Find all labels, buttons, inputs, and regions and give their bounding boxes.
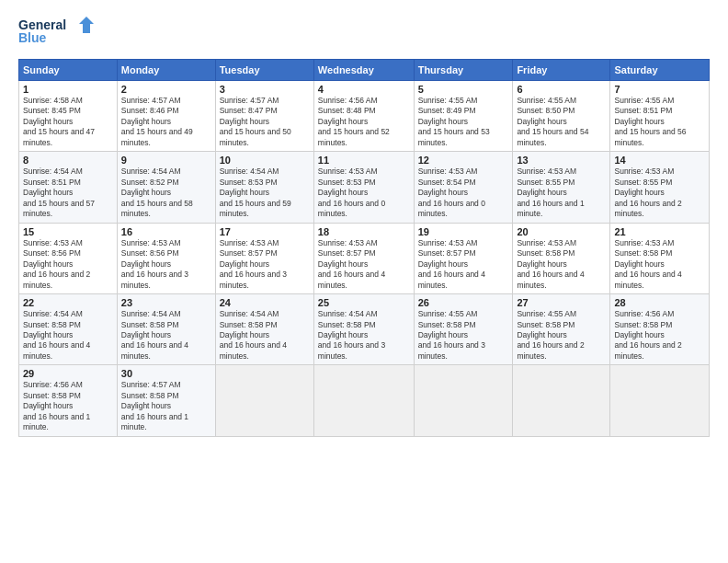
- day-number: 29: [23, 368, 113, 379]
- day-info: Sunrise: 4:54 AMSunset: 8:58 PMDaylight …: [318, 309, 410, 362]
- day-number: 13: [517, 155, 606, 166]
- day-cell: 22 Sunrise: 4:54 AMSunset: 8:58 PMDaylig…: [19, 294, 118, 365]
- header: General Blue: [18, 15, 710, 50]
- day-cell: [513, 365, 610, 436]
- day-cell: 7 Sunrise: 4:55 AMSunset: 8:51 PMDayligh…: [610, 81, 710, 152]
- svg-text:Blue: Blue: [18, 30, 47, 45]
- day-cell: 19 Sunrise: 4:53 AMSunset: 8:57 PMDaylig…: [414, 223, 513, 293]
- day-number: 22: [23, 297, 113, 308]
- day-cell: 13 Sunrise: 4:53 AMSunset: 8:55 PMDaylig…: [513, 152, 610, 223]
- day-info: Sunrise: 4:56 AMSunset: 8:58 PMDaylight …: [614, 309, 705, 362]
- day-cell: 15 Sunrise: 4:53 AMSunset: 8:56 PMDaylig…: [19, 223, 118, 293]
- day-number: 27: [517, 297, 606, 308]
- logo-svg: General Blue: [18, 15, 101, 50]
- day-info: Sunrise: 4:54 AMSunset: 8:58 PMDaylight …: [220, 309, 310, 362]
- day-info: Sunrise: 4:53 AMSunset: 8:53 PMDaylight …: [318, 167, 410, 219]
- col-header-sunday: Sunday: [19, 60, 118, 81]
- day-cell: 20 Sunrise: 4:53 AMSunset: 8:58 PMDaylig…: [513, 223, 610, 293]
- day-number: 10: [220, 155, 310, 166]
- day-number: 4: [318, 84, 410, 95]
- week-row-3: 15 Sunrise: 4:53 AMSunset: 8:56 PMDaylig…: [19, 223, 710, 293]
- day-cell: 1 Sunrise: 4:58 AMSunset: 8:45 PMDayligh…: [19, 81, 118, 152]
- logo: General Blue: [18, 15, 101, 50]
- day-number: 11: [318, 155, 410, 166]
- day-cell: 23 Sunrise: 4:54 AMSunset: 8:58 PMDaylig…: [117, 294, 215, 365]
- day-cell: 4 Sunrise: 4:56 AMSunset: 8:48 PMDayligh…: [313, 81, 414, 152]
- week-row-4: 22 Sunrise: 4:54 AMSunset: 8:58 PMDaylig…: [19, 294, 710, 365]
- day-info: Sunrise: 4:55 AMSunset: 8:50 PMDaylight …: [517, 96, 606, 148]
- day-number: 25: [318, 297, 410, 308]
- day-info: Sunrise: 4:53 AMSunset: 8:55 PMDaylight …: [517, 167, 606, 219]
- day-cell: 9 Sunrise: 4:54 AMSunset: 8:52 PMDayligh…: [117, 152, 215, 223]
- day-cell: 17 Sunrise: 4:53 AMSunset: 8:57 PMDaylig…: [215, 223, 313, 293]
- day-cell: 3 Sunrise: 4:57 AMSunset: 8:47 PMDayligh…: [215, 81, 313, 152]
- day-info: Sunrise: 4:53 AMSunset: 8:57 PMDaylight …: [418, 238, 509, 291]
- svg-marker-1: [79, 17, 94, 33]
- day-number: 9: [121, 155, 211, 166]
- day-info: Sunrise: 4:53 AMSunset: 8:56 PMDaylight …: [121, 238, 211, 291]
- day-cell: 8 Sunrise: 4:54 AMSunset: 8:51 PMDayligh…: [19, 152, 118, 223]
- day-info: Sunrise: 4:55 AMSunset: 8:58 PMDaylight …: [517, 309, 606, 362]
- day-number: 12: [418, 155, 509, 166]
- day-cell: 21 Sunrise: 4:53 AMSunset: 8:58 PMDaylig…: [610, 223, 710, 293]
- day-number: 2: [121, 84, 211, 95]
- day-cell: [610, 365, 710, 436]
- day-number: 26: [418, 297, 509, 308]
- day-info: Sunrise: 4:58 AMSunset: 8:45 PMDaylight …: [23, 96, 113, 148]
- day-number: 19: [418, 226, 509, 237]
- day-info: Sunrise: 4:53 AMSunset: 8:55 PMDaylight …: [614, 167, 705, 219]
- day-cell: 6 Sunrise: 4:55 AMSunset: 8:50 PMDayligh…: [513, 81, 610, 152]
- day-number: 16: [121, 226, 211, 237]
- calendar: SundayMondayTuesdayWednesdayThursdayFrid…: [18, 59, 710, 437]
- day-number: 6: [517, 84, 606, 95]
- day-cell: 28 Sunrise: 4:56 AMSunset: 8:58 PMDaylig…: [610, 294, 710, 365]
- day-info: Sunrise: 4:53 AMSunset: 8:54 PMDaylight …: [418, 167, 509, 219]
- day-cell: 10 Sunrise: 4:54 AMSunset: 8:53 PMDaylig…: [215, 152, 313, 223]
- day-number: 14: [614, 155, 705, 166]
- day-cell: 2 Sunrise: 4:57 AMSunset: 8:46 PMDayligh…: [117, 81, 215, 152]
- day-info: Sunrise: 4:53 AMSunset: 8:58 PMDaylight …: [517, 238, 606, 291]
- day-number: 5: [418, 84, 509, 95]
- col-header-wednesday: Wednesday: [313, 60, 414, 81]
- day-number: 18: [318, 226, 410, 237]
- day-info: Sunrise: 4:57 AMSunset: 8:46 PMDaylight …: [121, 96, 211, 148]
- day-cell: 26 Sunrise: 4:55 AMSunset: 8:58 PMDaylig…: [414, 294, 513, 365]
- day-cell: 14 Sunrise: 4:53 AMSunset: 8:55 PMDaylig…: [610, 152, 710, 223]
- week-row-5: 29 Sunrise: 4:56 AMSunset: 8:58 PMDaylig…: [19, 365, 710, 436]
- day-cell: 5 Sunrise: 4:55 AMSunset: 8:49 PMDayligh…: [414, 81, 513, 152]
- day-number: 3: [220, 84, 310, 95]
- col-header-tuesday: Tuesday: [215, 60, 313, 81]
- week-row-1: 1 Sunrise: 4:58 AMSunset: 8:45 PMDayligh…: [19, 81, 710, 152]
- day-cell: 29 Sunrise: 4:56 AMSunset: 8:58 PMDaylig…: [19, 365, 118, 436]
- day-info: Sunrise: 4:53 AMSunset: 8:57 PMDaylight …: [318, 238, 410, 291]
- day-info: Sunrise: 4:54 AMSunset: 8:58 PMDaylight …: [23, 309, 113, 362]
- day-info: Sunrise: 4:55 AMSunset: 8:51 PMDaylight …: [614, 96, 705, 148]
- col-header-friday: Friday: [513, 60, 610, 81]
- day-cell: 27 Sunrise: 4:55 AMSunset: 8:58 PMDaylig…: [513, 294, 610, 365]
- page: General Blue SundayMondayTuesdayWednesda…: [0, 0, 728, 563]
- day-number: 24: [220, 297, 310, 308]
- day-cell: 12 Sunrise: 4:53 AMSunset: 8:54 PMDaylig…: [414, 152, 513, 223]
- day-number: 28: [614, 297, 705, 308]
- day-number: 1: [23, 84, 113, 95]
- day-info: Sunrise: 4:56 AMSunset: 8:58 PMDaylight …: [23, 380, 113, 432]
- day-info: Sunrise: 4:55 AMSunset: 8:58 PMDaylight …: [418, 309, 509, 362]
- day-info: Sunrise: 4:55 AMSunset: 8:49 PMDaylight …: [418, 96, 509, 148]
- day-number: 30: [121, 368, 211, 379]
- day-info: Sunrise: 4:56 AMSunset: 8:48 PMDaylight …: [318, 96, 410, 148]
- day-info: Sunrise: 4:57 AMSunset: 8:47 PMDaylight …: [220, 96, 310, 148]
- day-number: 7: [614, 84, 705, 95]
- col-header-monday: Monday: [117, 60, 215, 81]
- day-cell: [313, 365, 414, 436]
- day-info: Sunrise: 4:57 AMSunset: 8:58 PMDaylight …: [121, 380, 211, 432]
- day-info: Sunrise: 4:53 AMSunset: 8:58 PMDaylight …: [614, 238, 705, 291]
- day-info: Sunrise: 4:54 AMSunset: 8:53 PMDaylight …: [220, 167, 310, 219]
- day-cell: 11 Sunrise: 4:53 AMSunset: 8:53 PMDaylig…: [313, 152, 414, 223]
- day-cell: 25 Sunrise: 4:54 AMSunset: 8:58 PMDaylig…: [313, 294, 414, 365]
- day-cell: 30 Sunrise: 4:57 AMSunset: 8:58 PMDaylig…: [117, 365, 215, 436]
- day-info: Sunrise: 4:54 AMSunset: 8:51 PMDaylight …: [23, 167, 113, 219]
- day-info: Sunrise: 4:54 AMSunset: 8:52 PMDaylight …: [121, 167, 211, 219]
- day-info: Sunrise: 4:54 AMSunset: 8:58 PMDaylight …: [121, 309, 211, 362]
- day-info: Sunrise: 4:53 AMSunset: 8:56 PMDaylight …: [23, 238, 113, 291]
- day-info: Sunrise: 4:53 AMSunset: 8:57 PMDaylight …: [220, 238, 310, 291]
